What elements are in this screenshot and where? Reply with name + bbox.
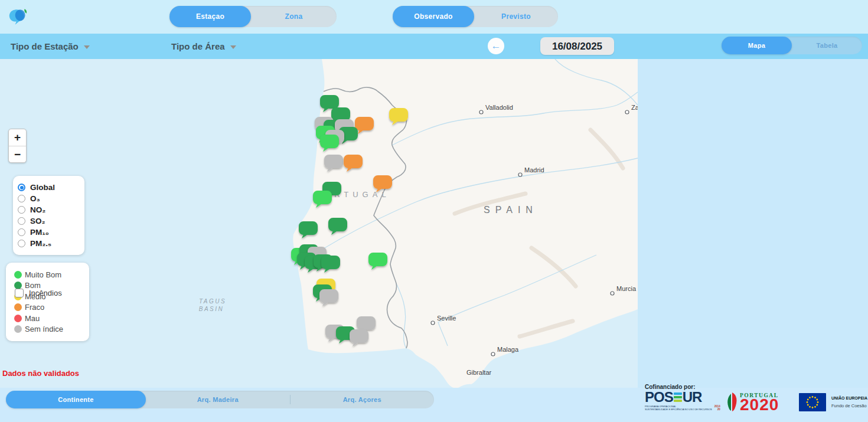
- air-quality-legend: Muito Bom Bom Médio Fraco Mau Sem índice: [6, 263, 89, 341]
- region-option-madeira[interactable]: Arq. Madeira: [146, 391, 290, 408]
- toggle-option-observado[interactable]: Observado: [393, 6, 474, 27]
- region-option-continente[interactable]: Continente: [6, 391, 146, 408]
- city-label: Malaga: [497, 346, 519, 353]
- portugal-2020-year: 2020: [740, 398, 779, 411]
- legend-color-dot: [14, 315, 22, 322]
- observed-forecast-toggle: Observado Previsto: [393, 6, 558, 27]
- chevron-down-icon: [84, 45, 90, 49]
- pollutant-option-pm10[interactable]: PM₁₀: [18, 227, 84, 238]
- city-label: Gibraltar: [466, 369, 492, 376]
- previous-day-button[interactable]: ←: [488, 38, 504, 54]
- pollutant-label: O₃: [30, 194, 40, 203]
- label-tagus-2: BASIN: [199, 306, 224, 312]
- map-area: PORTUGAL SPAIN TAGUS BASIN ValladolidZar…: [0, 59, 868, 388]
- pollutant-option-o3[interactable]: O₃: [18, 193, 84, 204]
- poseur-years-bottom: 20: [714, 408, 720, 411]
- map-zoom-control: + −: [8, 129, 27, 163]
- legend-label: Fraco: [25, 303, 44, 312]
- fires-checkbox[interactable]: Incêndios: [15, 289, 62, 297]
- zoom-out-button[interactable]: −: [9, 146, 26, 162]
- chevron-down-icon: [230, 45, 236, 49]
- city-label: Seville: [437, 315, 456, 322]
- city-dot: [625, 110, 629, 114]
- radio-icon: [18, 228, 25, 236]
- portugal-2020-leaf-icon: [725, 391, 738, 413]
- poseur-bars-icon: [674, 392, 682, 402]
- radio-icon: [18, 240, 25, 247]
- station-zone-toggle: Estaçao Zona: [169, 6, 337, 27]
- legend-color-dot: [14, 303, 22, 311]
- eu-text-line1: UNIÃO EUROPEIA: [831, 396, 867, 400]
- date-picker[interactable]: 16/08/2025: [540, 37, 614, 55]
- pollutant-label: PM₂.₅: [30, 239, 51, 248]
- legend-label: Muito Bom: [25, 270, 61, 279]
- toggle-option-zona[interactable]: Zona: [251, 6, 337, 27]
- city-dot: [518, 173, 522, 176]
- map-canvas[interactable]: PORTUGAL SPAIN TAGUS BASIN ValladolidZar…: [0, 59, 638, 388]
- pollutant-panel: Global O₃ NO₂ SO₂ PM₁₀ PM₂.₅: [13, 176, 84, 255]
- eu-text-line2: Fundo de Coesão: [831, 403, 867, 408]
- pollutant-option-no2[interactable]: NO₂: [18, 204, 84, 215]
- top-bar: Estaçao Zona Observado Previsto: [0, 0, 868, 34]
- toggle-option-mapa[interactable]: Mapa: [722, 37, 792, 54]
- pollutant-option-global[interactable]: Global: [18, 182, 84, 193]
- pollutant-option-so2[interactable]: SO₂: [18, 215, 84, 227]
- label-spain: SPAIN: [484, 205, 538, 215]
- pollutant-label: NO₂: [30, 205, 45, 214]
- city-dot: [491, 352, 495, 356]
- region-toggle: Continente Arq. Madeira Arq. Açores: [6, 391, 434, 408]
- city-label: Zaragoza: [631, 104, 638, 111]
- legend-label: Sem índice: [25, 325, 63, 333]
- radio-icon: [18, 217, 25, 225]
- radio-icon: [18, 195, 25, 202]
- pollutant-label: Global: [30, 183, 55, 192]
- city-label: Madrid: [524, 166, 544, 174]
- station-type-dropdown[interactable]: Tipo de Estação: [11, 34, 90, 59]
- region-option-acores[interactable]: Arq. Açores: [291, 391, 435, 408]
- station-type-label: Tipo de Estação: [11, 41, 79, 51]
- city-dot: [431, 321, 435, 325]
- city-label: Murcia: [616, 285, 637, 292]
- legend-item: Sem índice: [14, 324, 89, 335]
- toggle-option-estacao[interactable]: Estaçao: [169, 6, 251, 27]
- pollutant-label: PM₁₀: [30, 228, 49, 237]
- radio-icon: [18, 184, 25, 191]
- toggle-option-tabela[interactable]: Tabela: [792, 37, 862, 54]
- legend-color-dot: [14, 271, 22, 279]
- legend-item: Mau: [14, 313, 89, 324]
- city-dot: [611, 292, 614, 295]
- area-type-label: Tipo de Área: [171, 41, 225, 51]
- city-dot: [479, 110, 483, 114]
- poseur-text-post: UR: [683, 391, 702, 404]
- legend-color-dot: [14, 325, 22, 333]
- arrow-left-icon: ←: [491, 40, 501, 51]
- toggle-option-previsto[interactable]: Previsto: [474, 6, 558, 27]
- checkbox-icon: [15, 289, 24, 297]
- portugal-2020-logo: PORTUGAL 2020: [725, 391, 779, 413]
- fires-label: Incêndios: [29, 289, 62, 297]
- zoom-in-button[interactable]: +: [9, 129, 26, 146]
- pollutant-option-pm25[interactable]: PM₂.₅: [18, 238, 84, 249]
- city-label: Valladolid: [485, 104, 513, 111]
- poseur-text-pre: POS: [645, 391, 673, 404]
- data-validation-warning: Dados não validados: [2, 369, 79, 378]
- map-table-toggle: Mapa Tabela: [722, 37, 862, 54]
- area-type-dropdown[interactable]: Tipo de Área: [171, 34, 236, 59]
- poseur-subtitle-2: SUSTENTABILIDADE E EFICIÊNCIA NO USO DE …: [645, 408, 712, 411]
- legend-item: Muito Bom: [14, 269, 89, 280]
- eu-flag-icon: [799, 393, 826, 411]
- radio-icon: [18, 206, 25, 214]
- app-logo-icon[interactable]: [8, 8, 30, 27]
- label-tagus-1: TAGUS: [199, 298, 226, 305]
- legend-item: Fraco: [14, 302, 89, 313]
- eu-flag-logo: UNIÃO EUROPEIA Fundo de Coesão: [799, 393, 867, 411]
- legend-label: Mau: [25, 314, 40, 323]
- poseur-logo: POS UR PROGRAMA OPERACIONAL SUSTENTABILI…: [645, 391, 711, 411]
- pollutant-label: SO₂: [30, 217, 45, 225]
